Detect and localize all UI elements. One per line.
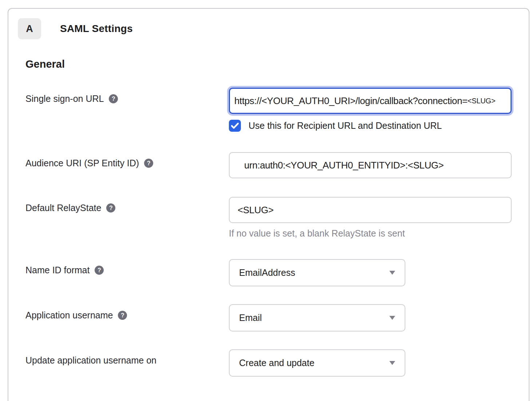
help-icon[interactable]: ?: [95, 266, 104, 275]
row-update-application-username-on: Update application username on Create an…: [25, 349, 512, 377]
chevron-down-icon: [389, 361, 395, 365]
control-col: <SLUG> If no value is set, a blank Relay…: [229, 197, 512, 239]
control-col: https://<YOUR_AUTH0_URI>/login/callback?…: [229, 88, 512, 132]
control-col: urn:auth0:<YOUR_AUTH0_ENTITYID>:<SLUG>: [229, 152, 512, 178]
card-header: A SAML Settings: [18, 18, 512, 39]
saml-settings-card: A SAML Settings General Single sign-on U…: [8, 8, 529, 401]
audience-uri-input[interactable]: urn:auth0:<YOUR_AUTH0_ENTITYID>:<SLUG>: [229, 152, 512, 178]
default-relaystate-value: <SLUG>: [238, 205, 274, 216]
label-col: Audience URI (SP Entity ID)?: [25, 152, 229, 178]
label-col: Single sign-on URL?: [25, 88, 229, 132]
audience-uri-value: urn:auth0:<YOUR_AUTH0_ENTITYID>:<SLUG>: [244, 160, 444, 171]
chevron-down-icon: [389, 271, 395, 275]
help-icon[interactable]: ?: [109, 94, 118, 103]
update-application-username-value: Create and update: [239, 358, 314, 368]
control-col: EmailAddress: [229, 259, 512, 286]
help-icon[interactable]: ?: [118, 311, 127, 320]
default-relaystate-label: Default RelayState: [25, 203, 101, 213]
sso-url-value: https://<YOUR_AUTH0_URI>/login/callback?…: [234, 95, 468, 107]
page-title: SAML Settings: [60, 23, 133, 35]
audience-uri-label: Audience URI (SP Entity ID): [25, 158, 139, 168]
application-username-select[interactable]: Email: [229, 304, 405, 331]
control-col: Create and update: [229, 349, 512, 377]
name-id-format-value: EmailAddress: [239, 267, 295, 278]
row-application-username: Application username? Email: [25, 304, 512, 331]
help-icon[interactable]: ?: [106, 203, 115, 213]
row-name-id-format: Name ID format? EmailAddress: [25, 259, 512, 286]
single-sign-on-url-label: Single sign-on URL: [25, 94, 104, 104]
step-badge: A: [18, 18, 41, 39]
recipient-url-checkbox[interactable]: [229, 120, 241, 132]
row-audience-uri: Audience URI (SP Entity ID)? urn:auth0:<…: [25, 152, 512, 178]
application-username-label: Application username: [25, 310, 113, 320]
name-id-format-select[interactable]: EmailAddress: [229, 259, 405, 286]
recipient-url-checkbox-label: Use this for Recipient URL and Destinati…: [249, 120, 442, 131]
relaystate-helper-text: If no value is set, a blank RelayState i…: [229, 228, 512, 239]
row-default-relaystate: Default RelayState? <SLUG> If no value i…: [25, 197, 512, 239]
label-col: Default RelayState?: [25, 197, 229, 239]
application-username-value: Email: [239, 313, 262, 323]
saml-settings-form: Single sign-on URL? https://<YOUR_AUTH0_…: [8, 88, 529, 377]
label-col: Update application username on: [25, 349, 229, 377]
update-application-username-on-label: Update application username on: [25, 355, 156, 365]
general-section-heading: General: [25, 58, 512, 70]
label-col: Name ID format?: [25, 259, 229, 286]
checkmark-icon: [231, 123, 239, 129]
name-id-format-label: Name ID format: [25, 265, 90, 275]
recipient-url-checkbox-row: Use this for Recipient URL and Destinati…: [229, 120, 512, 132]
default-relaystate-input[interactable]: <SLUG>: [229, 197, 512, 223]
help-icon[interactable]: ?: [144, 159, 153, 168]
single-sign-on-url-input[interactable]: https://<YOUR_AUTH0_URI>/login/callback?…: [229, 88, 512, 114]
update-application-username-select[interactable]: Create and update: [229, 349, 405, 377]
chevron-down-icon: [389, 316, 395, 320]
row-single-sign-on-url: Single sign-on URL? https://<YOUR_AUTH0_…: [25, 88, 512, 132]
label-col: Application username?: [25, 304, 229, 331]
control-col: Email: [229, 304, 512, 331]
sso-url-slug: <SLUG>: [468, 97, 496, 105]
